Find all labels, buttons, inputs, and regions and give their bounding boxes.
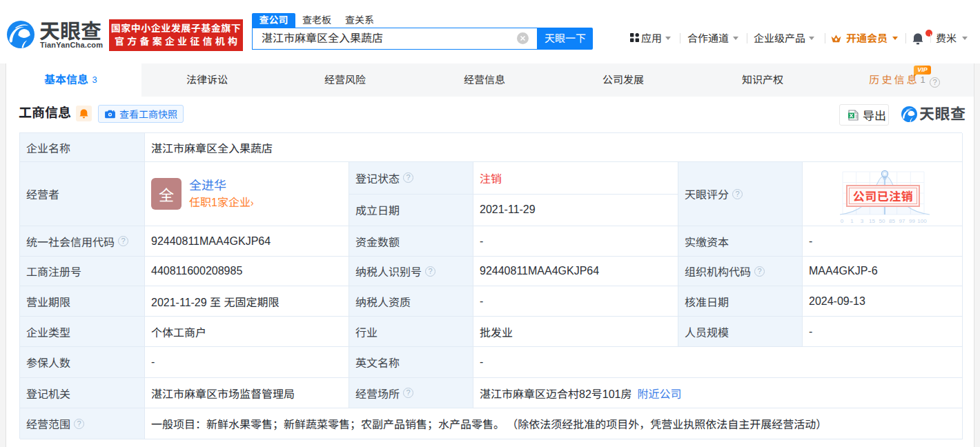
svg-text:15: 15 <box>869 218 875 224</box>
svg-text:1: 1 <box>850 218 854 224</box>
svg-text:85: 85 <box>889 218 895 224</box>
svg-text:99: 99 <box>909 218 915 224</box>
svg-text:97: 97 <box>899 218 905 224</box>
svg-text:50: 50 <box>879 218 885 224</box>
svg-text:0: 0 <box>841 218 844 224</box>
svg-text:100: 100 <box>917 218 927 224</box>
svg-text:3: 3 <box>861 218 864 224</box>
